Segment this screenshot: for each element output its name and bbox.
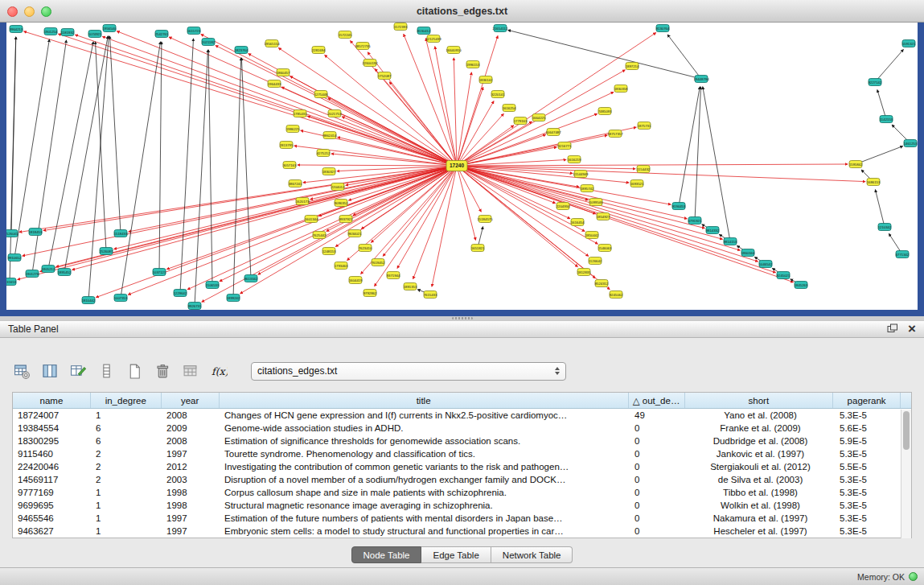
graph-node[interactable]: 1616454 <box>571 219 585 226</box>
graph-node[interactable]: 1996153 <box>466 61 480 68</box>
graph-edge[interactable] <box>457 36 498 167</box>
graph-node[interactable]: 1986225 <box>286 126 300 133</box>
graph-edge[interactable] <box>325 55 457 166</box>
graph-node[interactable]: 1046542 <box>759 261 773 268</box>
graph-edge[interactable] <box>114 166 457 249</box>
graph-edge[interactable] <box>10 37 16 282</box>
graph-node[interactable]: 9245062 <box>610 291 623 299</box>
graph-node[interactable]: 9910652 <box>8 254 22 262</box>
graph-node[interactable]: 1506533 <box>206 282 220 289</box>
graph-edge[interactable] <box>43 166 457 231</box>
table-mode-icon[interactable] <box>11 360 33 382</box>
graph-node[interactable]: 18572735 <box>355 43 371 50</box>
graph-node[interactable]: 1901254 <box>44 28 58 35</box>
float-panel-icon[interactable] <box>887 322 898 336</box>
graph-edge[interactable] <box>877 90 886 119</box>
graph-node[interactable]: 9862414 <box>323 132 337 139</box>
graph-edge[interactable] <box>457 166 794 282</box>
graph-node[interactable]: 2813795 <box>280 142 294 149</box>
table-row[interactable]: 946554611997Estimation of the future num… <box>13 512 911 525</box>
graph-edge[interactable] <box>110 36 121 233</box>
network-graph-canvas[interactable]: 1724019565154228169415722451857273522600… <box>6 23 918 310</box>
graph-edge[interactable] <box>241 58 251 278</box>
graph-edge[interactable] <box>298 165 457 166</box>
graph-node[interactable]: 1860457 <box>277 69 290 76</box>
new-table-icon[interactable] <box>124 360 146 382</box>
graph-node[interactable]: 9194453 <box>672 203 686 210</box>
graph-edge[interactable] <box>703 87 730 241</box>
table-row[interactable]: 1456911722003Disruption of a novel membe… <box>13 473 911 486</box>
graph-edge[interactable] <box>457 166 865 182</box>
graph-node[interactable]: 2542761 <box>155 31 169 38</box>
graph-node[interactable]: 8130764 <box>656 25 670 32</box>
column-header-title[interactable]: title <box>220 393 629 408</box>
graph-edge[interactable] <box>435 47 457 166</box>
graph-edge[interactable] <box>695 87 701 220</box>
graph-node[interactable]: 1686153 <box>867 179 881 186</box>
graph-node[interactable]: 6771342 <box>896 251 910 258</box>
graph-node[interactable]: 1793463 <box>335 262 348 270</box>
graph-node[interactable]: 9937921 <box>339 216 353 223</box>
graph-node[interactable]: 1595842 <box>849 161 863 168</box>
graph-node[interactable]: 19448794 <box>693 76 709 83</box>
graph-node[interactable]: 2021753 <box>328 110 342 117</box>
graph-node[interactable]: 9227142 <box>869 79 882 86</box>
graph-node[interactable]: 3216771 <box>558 142 572 150</box>
graph-edge[interactable] <box>679 87 700 206</box>
graph-node[interactable]: 9634021 <box>348 230 362 237</box>
scrollbar-thumb[interactable] <box>903 411 910 450</box>
graph-node[interactable]: 1572245 <box>339 31 352 39</box>
graph-node[interactable]: 1248153 <box>322 248 336 255</box>
table-row[interactable]: 969969511998Structural magnetic resonanc… <box>13 499 911 512</box>
graph-node[interactable]: 1664225 <box>532 114 546 122</box>
graph-node[interactable]: 1620173 <box>296 198 310 205</box>
graph-edge[interactable] <box>875 50 903 83</box>
graph-edge[interactable] <box>96 166 457 298</box>
graph-node[interactable]: 1572393 <box>394 23 408 31</box>
graph-edge[interactable] <box>375 69 457 166</box>
graph-node[interactable]: 8130412 <box>417 27 431 35</box>
graph-node[interactable]: 1074921 <box>88 31 102 38</box>
graph-edge[interactable] <box>76 35 458 166</box>
graph-node[interactable]: 1752087 <box>378 72 392 80</box>
graph-node[interactable]: 9792862 <box>363 290 377 297</box>
graph-node[interactable]: 1518433 <box>114 230 128 237</box>
graph-node[interactable]: 17240 <box>446 161 467 171</box>
graph-edge[interactable] <box>457 164 848 166</box>
function-builder-icon[interactable]: f(x) <box>208 360 230 382</box>
tab-network-table[interactable]: Network Table <box>491 546 573 563</box>
graph-node[interactable]: 1779163 <box>514 117 528 125</box>
graph-edge[interactable] <box>208 50 212 285</box>
graph-node[interactable]: 1899242 <box>227 295 240 302</box>
graph-node[interactable]: 6791921 <box>688 217 702 225</box>
network-table-select[interactable]: citations_edges.txt <box>251 362 566 381</box>
graph-node[interactable]: 1099546 <box>589 199 603 206</box>
graph-edge[interactable] <box>233 58 241 298</box>
graph-node[interactable]: 5905212 <box>42 266 55 273</box>
graph-node[interactable]: 9613342 <box>244 275 258 282</box>
graph-node[interactable]: 1895452 <box>58 269 72 276</box>
graph-node[interactable]: 1007353 <box>114 295 128 302</box>
graph-node[interactable]: 7623410 <box>359 245 372 252</box>
close-window-button[interactable] <box>7 6 18 17</box>
graph-node[interactable]: 3057163 <box>283 162 297 169</box>
graph-edge[interactable] <box>875 190 885 227</box>
graph-node[interactable]: 1154432 <box>637 166 651 173</box>
column-header-pagerank[interactable]: pagerank <box>833 393 901 408</box>
close-panel-icon[interactable]: × <box>908 323 916 335</box>
tab-edge-table[interactable]: Edge Table <box>421 546 491 563</box>
graph-node[interactable]: 21654112 <box>493 25 508 32</box>
graph-edge[interactable] <box>338 137 457 166</box>
graph-node[interactable]: 1836142 <box>479 76 493 84</box>
create-column-icon[interactable] <box>68 360 89 382</box>
graph-node[interactable]: 2526041 <box>6 230 18 237</box>
graph-node[interactable]: 1546063 <box>598 245 612 252</box>
graph-edge[interactable] <box>59 34 458 166</box>
graph-edge[interactable] <box>457 166 740 250</box>
graph-node[interactable]: 1275448 <box>314 91 328 98</box>
graph-node[interactable]: 3964213 <box>10 26 23 33</box>
window-titlebar[interactable]: citations_edges.txt <box>0 0 924 23</box>
graph-node[interactable]: 16640910 <box>446 47 462 54</box>
graph-node[interactable]: 10647487 <box>545 129 561 136</box>
graph-node[interactable]: 1131653 <box>6 278 17 286</box>
